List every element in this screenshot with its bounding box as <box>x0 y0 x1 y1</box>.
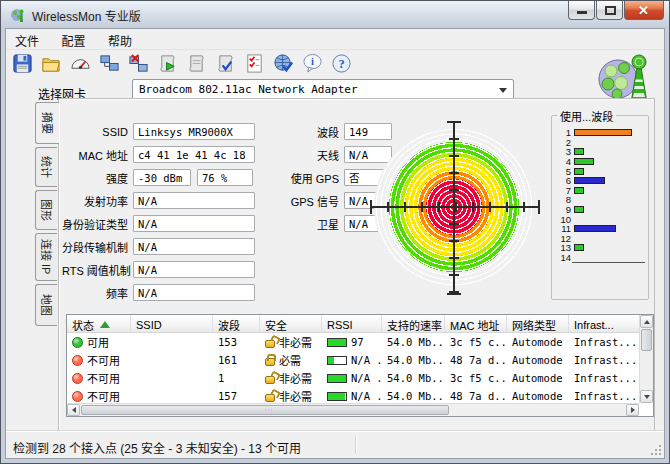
column-header-4[interactable]: 安全 <box>260 315 322 332</box>
web-check-icon <box>273 53 294 74</box>
table-row[interactable]: 不可用1非必需N/A ...54.0 Mb...3c f5 c...Automo… <box>67 369 653 387</box>
column-header-8[interactable]: 网络类型 <box>507 315 569 332</box>
status-text: 不可用 <box>87 352 120 368</box>
column-header-1[interactable]: 状态 <box>67 315 131 332</box>
cell-status: 不可用 <box>67 388 131 404</box>
channel-bar <box>574 206 584 213</box>
cell-status: 不可用 <box>67 370 131 386</box>
start-log-button[interactable] <box>154 51 180 76</box>
minimize-icon <box>577 11 587 14</box>
column-header-6[interactable]: 支持的速率 <box>382 315 445 332</box>
info-button[interactable]: i <box>299 51 325 76</box>
field-value-box[interactable]: Linksys MR9000X <box>133 123 255 140</box>
cell-security: 非必需 <box>260 388 322 404</box>
menu-help[interactable]: 帮助 <box>99 29 141 52</box>
gauge-icon <box>70 53 91 74</box>
close-button[interactable]: ✕ <box>624 1 664 20</box>
rssi-value: N/A ... <box>351 390 382 402</box>
log-button[interactable] <box>183 51 209 76</box>
reconnect-button[interactable] <box>96 51 122 76</box>
sort-ascending-icon <box>100 321 110 328</box>
column-header-3[interactable]: 波段 <box>213 315 260 332</box>
column-header-5[interactable]: RSSI <box>322 315 382 332</box>
tab-label: 连接 IP <box>39 239 55 274</box>
save-icon <box>12 53 33 74</box>
security-text: 非必需 <box>279 334 312 350</box>
scroll-up-button[interactable] <box>640 315 653 328</box>
field-value-box[interactable]: N/A <box>133 215 255 232</box>
field-row: 频率N/A <box>62 281 261 304</box>
adapter-combobox[interactable]: Broadcom 802.11ac Network Adapter <box>132 79 514 100</box>
vertical-scrollbar[interactable] <box>639 315 653 403</box>
scroll-right-button[interactable] <box>626 404 639 416</box>
field-value-box[interactable]: N/A <box>133 284 255 301</box>
title-bar[interactable]: WirelessMon 专业版 ✕ <box>1 1 669 28</box>
cell-infra: Infrast... <box>569 372 640 384</box>
tab-5[interactable]: 地图 <box>35 284 57 326</box>
table-row[interactable]: 可用153非必需9754.0 Mb...3c f5 c...AutomodeIn… <box>67 333 653 351</box>
field-value-box[interactable]: c4 41 1e 41 4c 18 <box>133 146 255 163</box>
minimize-button[interactable] <box>568 1 595 20</box>
disconnect-button[interactable] <box>125 51 151 76</box>
rssi-bar-icon <box>327 338 347 347</box>
scroll-left-button[interactable] <box>67 404 80 416</box>
field-value-box[interactable]: N/A <box>133 261 255 278</box>
help-icon: ? <box>331 53 352 74</box>
gauge-button[interactable] <box>67 51 93 76</box>
column-header-7[interactable]: MAC 地址 <box>445 315 507 332</box>
save-button[interactable] <box>9 51 35 76</box>
field-value-box[interactable]: -30 dBm <box>133 169 191 186</box>
vertical-scroll-thumb[interactable] <box>641 329 652 351</box>
horizontal-scroll-thumb[interactable] <box>81 405 449 415</box>
tab-1[interactable]: 摘要 <box>35 102 59 144</box>
menu-file[interactable]: 文件 <box>6 29 48 52</box>
arrow-right-icon <box>631 407 635 413</box>
table-header[interactable]: 状态SSID波段安全RSSI支持的速率MAC 地址网络类型Infrast... <box>67 315 653 333</box>
cell-rate: 54.0 Mb... <box>382 354 445 366</box>
menu-config[interactable]: 配置 <box>52 29 94 52</box>
maximize-button[interactable] <box>596 1 623 20</box>
field-value-box[interactable]: N/A <box>344 146 392 163</box>
cell-channel: 157 <box>213 390 260 402</box>
help-button[interactable]: ? <box>328 51 354 76</box>
log-check-icon <box>215 53 236 74</box>
field-value-box[interactable]: 76 % <box>197 169 253 186</box>
table-row[interactable]: 不可用161必需N/A ...54.0 Mb...48 7a d...Autom… <box>67 351 653 369</box>
cell-rssi: N/A ... <box>322 354 382 366</box>
resize-grip[interactable] <box>650 444 662 456</box>
maximize-icon <box>605 6 616 15</box>
table-body: 可用153非必需9754.0 Mb...3c f5 c...AutomodeIn… <box>67 333 653 405</box>
menu-bar: 文件 配置 帮助 <box>6 29 664 50</box>
summary-fields-left: SSIDLinksys MR9000XMAC 地址c4 41 1e 41 4c … <box>62 120 261 304</box>
field-value-box[interactable]: 149 <box>344 123 392 140</box>
tab-2[interactable]: 统计 <box>35 147 57 187</box>
field-value-box[interactable]: N/A <box>133 238 255 255</box>
horizontal-scrollbar[interactable] <box>67 403 639 416</box>
status-dot-icon <box>72 373 83 384</box>
tab-3[interactable]: 图形 <box>35 190 57 230</box>
cell-infra: Infrast... <box>569 390 640 402</box>
cell-rssi: 97 <box>322 336 382 348</box>
field-label: RTS 阈值机制 <box>62 262 133 278</box>
column-header-2[interactable]: SSID <box>131 315 213 332</box>
web-check-button[interactable] <box>270 51 296 76</box>
access-point-table[interactable]: 状态SSID波段安全RSSI支持的速率MAC 地址网络类型Infrast... … <box>66 314 654 417</box>
status-text: 可用 <box>87 334 109 350</box>
adapter-value: Broadcom 802.11ac Network Adapter <box>139 83 358 96</box>
tab-4[interactable]: 连接 IP <box>35 233 57 281</box>
verify-log-button[interactable] <box>212 51 238 76</box>
cell-rssi: N/A ... <box>322 372 382 384</box>
close-icon: ✕ <box>638 3 649 18</box>
checklist-button[interactable] <box>241 51 267 76</box>
client-area: 文件 配置 帮助 <box>5 28 665 459</box>
field-label: 天线 <box>282 147 344 163</box>
field-value-box[interactable]: N/A <box>133 192 255 209</box>
open-file-button[interactable] <box>38 51 64 76</box>
chevron-down-icon <box>499 88 507 93</box>
field-label: 使用 GPS <box>282 170 344 186</box>
column-header-9[interactable]: Infrast... <box>569 315 640 332</box>
radar-v-axis <box>453 121 455 295</box>
tab-label: 图形 <box>39 199 55 221</box>
scroll-down-button[interactable] <box>640 390 653 403</box>
cell-net-type: Automode <box>507 354 569 366</box>
